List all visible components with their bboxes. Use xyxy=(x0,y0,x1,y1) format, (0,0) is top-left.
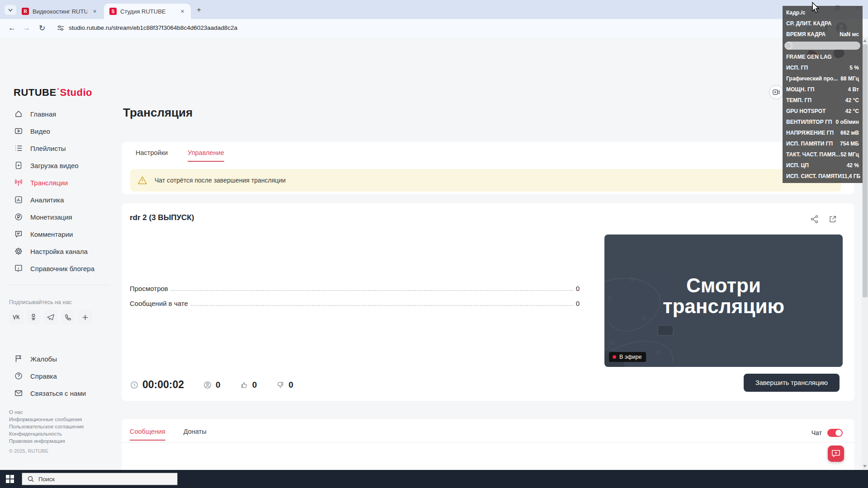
sidebar-divider xyxy=(8,285,109,285)
taskbar-search[interactable]: Поиск xyxy=(22,473,178,485)
tab-title: Видеохостинг RUTUBE. Смотр xyxy=(33,8,87,15)
live-badge: В эфире xyxy=(609,352,646,362)
footer-link[interactable]: О нас xyxy=(9,408,84,416)
search-icon xyxy=(28,476,34,482)
mouse-cursor xyxy=(811,2,820,14)
reload-icon[interactable]: ↻ xyxy=(39,23,45,33)
spinner-icon xyxy=(784,42,793,50)
footer-links: О насИнформационные сообщенияПользовател… xyxy=(9,408,84,445)
monitor-row: FRAME GEN LAG xyxy=(783,52,863,62)
sidebar-item-upload[interactable]: Загрузка видео xyxy=(0,157,115,174)
sidebar-item-contact[interactable]: Связаться с нами xyxy=(0,385,115,402)
forward-icon[interactable]: → xyxy=(23,23,30,33)
stream-preview[interactable]: Смотри трансляцию В эфире xyxy=(604,235,843,367)
monitor-row: ВЕНТИЛЯТОР ГП 0 об/мин xyxy=(783,117,863,127)
footer-link[interactable]: Пользовательское соглашение xyxy=(9,423,84,430)
sidebar-item-analytics[interactable]: Аналитика xyxy=(0,191,115,208)
back-icon[interactable]: ← xyxy=(8,23,16,33)
odnoklassniki-icon[interactable] xyxy=(26,310,41,324)
sidebar-item-comments[interactable]: Комментарии xyxy=(0,225,115,243)
footer-link[interactable]: Конфиденциальность xyxy=(9,430,84,437)
frame-time-graph xyxy=(783,40,863,52)
stream-card: rdr 2 (3 ВЫПУСК) Просмотров0 Сообщений в… xyxy=(122,203,854,401)
end-stream-button[interactable]: Завершить трансляцию xyxy=(744,374,840,392)
start-button[interactable] xyxy=(6,475,14,483)
scroll-up-icon[interactable] xyxy=(863,39,867,42)
playlist-icon xyxy=(14,143,24,153)
footer-link[interactable]: Информационные сообщения xyxy=(9,416,84,423)
close-tab-icon[interactable]: × xyxy=(91,7,99,15)
analytics-icon xyxy=(14,195,24,205)
rutube-studio-logo[interactable]: RUTUBE˙Studio xyxy=(14,87,92,99)
viewers-count: 0 xyxy=(216,380,221,390)
chat-warning-banner: Чат сотрётся после завершения трансляции xyxy=(130,169,841,192)
monitor-row: ВРЕМЯ КАДРА NaN мс xyxy=(783,29,863,40)
warning-text: Чат сотрётся после завершения трансляции xyxy=(155,177,286,184)
sidebar-item-streams[interactable]: Трансляции xyxy=(0,174,115,191)
monitor-row: ИСП. ПАМЯТИ ГП 754 МБ xyxy=(783,138,863,149)
vk-icon[interactable] xyxy=(9,310,24,324)
divider xyxy=(122,442,854,443)
chat-toggle[interactable] xyxy=(827,429,843,437)
warning-icon xyxy=(137,176,147,185)
stat-row-chat-messages: Сообщений в чате0 xyxy=(130,300,580,314)
chevron-down-icon xyxy=(8,9,13,12)
likes-count: 0 xyxy=(252,380,257,390)
monitor-row: НАПРЯЖЕНИЕ ГП 662 мВ xyxy=(783,127,863,138)
sidebar-item-monetization[interactable]: Монетизация xyxy=(0,208,115,225)
close-tab-icon[interactable]: × xyxy=(179,7,186,15)
performance-monitor-overlay: Кадр./с СР. ДЛИТ. КАДРА ВРЕМЯ КАДРА NaN … xyxy=(783,6,863,183)
sidebar-item-home[interactable]: Главная xyxy=(0,105,115,122)
home-icon xyxy=(14,109,24,119)
sidebar-item-blogger-guide[interactable]: Справочник блогера xyxy=(0,260,115,277)
monitor-row: ИСП. ГП 5 % xyxy=(783,62,863,73)
footer-link[interactable]: Правовая информация xyxy=(9,437,84,445)
tab-search-button[interactable] xyxy=(5,5,16,15)
copyright: © 2025, RUTUBE xyxy=(9,448,48,454)
thumb-down-icon xyxy=(276,380,285,389)
monitor-row: Графический про... 88 МГц xyxy=(783,73,863,84)
sidebar-nav: Главная Видео Плейлисты Загрузка видео Т… xyxy=(0,105,115,277)
chat-bubble-icon xyxy=(831,450,840,458)
scrollbar-thumb[interactable] xyxy=(863,44,868,297)
sidebar-item-video[interactable]: Видео xyxy=(0,122,115,140)
browser-tab-studio[interactable]: S Студия RUTUBE × xyxy=(104,4,191,19)
monitor-row: GPU HOTSPOT 42 °C xyxy=(783,106,863,117)
chat-toggle-label: Чат xyxy=(811,429,822,436)
clock-icon xyxy=(130,380,139,389)
support-chat-button[interactable] xyxy=(828,446,844,462)
monitor-row: Кадр./с xyxy=(783,7,863,18)
create-stream-button[interactable] xyxy=(769,85,783,99)
address-bar[interactable]: studio.rutube.ru/stream/eb1c88f37f3064b8… xyxy=(69,24,237,31)
sidebar-item-reports[interactable]: Жалобы xyxy=(0,350,115,367)
telegram-icon[interactable] xyxy=(43,310,58,324)
comments-icon xyxy=(14,229,24,239)
sidebar-item-playlists[interactable]: Плейлисты xyxy=(0,140,115,157)
monitor-row: СР. ДЛИТ. КАДРА xyxy=(783,18,863,29)
page-scrollbar[interactable] xyxy=(862,37,868,470)
new-tab-button[interactable]: + xyxy=(193,5,204,15)
open-external-icon[interactable] xyxy=(828,214,838,224)
search-placeholder: Поиск xyxy=(38,476,55,483)
tab-title: Студия RUTUBE xyxy=(120,8,175,15)
tab-settings[interactable]: Настройки xyxy=(136,149,168,162)
sidebar-item-channel-settings[interactable]: Настройка канала xyxy=(0,243,115,260)
share-icon[interactable] xyxy=(810,214,820,224)
more-social-icon[interactable] xyxy=(78,310,92,324)
tab-donations[interactable]: Донаты xyxy=(184,428,207,441)
browser-tab-rutube[interactable]: R Видеохостинг RUTUBE. Смотр × xyxy=(16,4,103,19)
upload-icon xyxy=(14,160,24,170)
broadcast-icon xyxy=(14,178,24,188)
mail-icon xyxy=(14,388,24,398)
rutube-favicon: R xyxy=(22,8,29,15)
stream-tabs-card: Настройки Управление Чат сотрётся после … xyxy=(122,142,854,194)
dislikes-count: 0 xyxy=(288,380,293,390)
site-info-icon[interactable] xyxy=(57,25,64,33)
sidebar-item-help[interactable]: Справка xyxy=(0,367,115,385)
ruble-icon xyxy=(14,212,24,222)
monitor-row: ТАКТ. ЧАСТ. ПАМЯ... 52 МГц xyxy=(783,149,863,160)
scroll-down-icon[interactable] xyxy=(863,465,867,468)
tab-control[interactable]: Управление xyxy=(188,149,224,162)
tab-messages[interactable]: Сообщения xyxy=(130,428,165,441)
viber-icon[interactable] xyxy=(61,310,75,324)
